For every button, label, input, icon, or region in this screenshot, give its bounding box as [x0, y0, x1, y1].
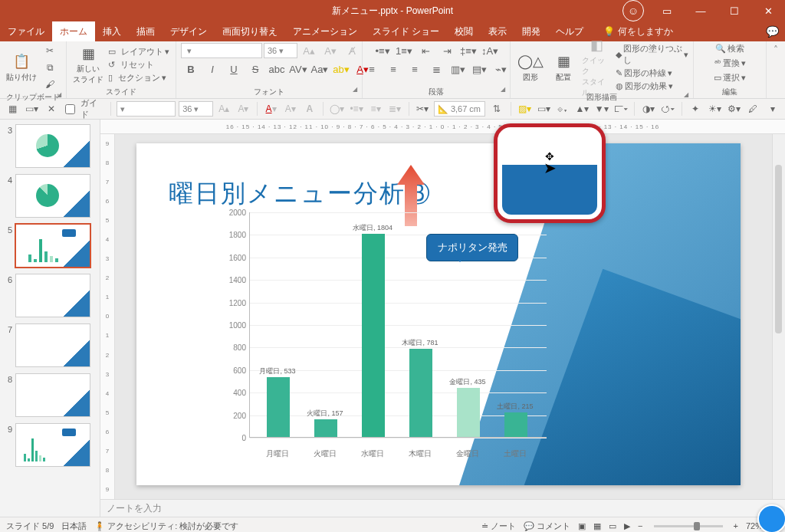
align-left-button[interactable]: ≡	[362, 61, 382, 77]
slide-page[interactable]: 曜日別メニュー分析③ 02004006008001000120014001600…	[136, 143, 741, 485]
increase-font-button[interactable]: A▴	[299, 43, 319, 58]
font-family-select[interactable]: ▾	[181, 43, 262, 58]
underline-button[interactable]: U	[224, 61, 244, 77]
tab-view[interactable]: 表示	[481, 21, 514, 41]
shape-fill-button[interactable]: ◆ 図形の塗りつぶし ▾	[616, 43, 688, 66]
highlight-button[interactable]: ab▾	[331, 61, 351, 77]
qat-layout-icon[interactable]: ▭▾	[24, 101, 40, 117]
qat-highlight-icon[interactable]: A▾	[282, 101, 298, 117]
qat-fontsize-select[interactable]: 36▾	[179, 101, 213, 117]
qat-anim3-icon[interactable]: ⚙▾	[726, 101, 742, 117]
qat-bold-icon[interactable]: A	[301, 101, 317, 117]
tab-developer[interactable]: 開発	[514, 21, 548, 41]
tab-insert[interactable]: 挿入	[95, 21, 129, 41]
align-center-button[interactable]: ≡	[383, 61, 403, 77]
text-direction-button[interactable]: ↕A▾	[480, 43, 500, 58]
notes-button[interactable]: ≐ ノート	[481, 521, 516, 532]
collapse-ribbon-button[interactable]: ˄	[767, 41, 785, 98]
arrange-button[interactable]: ▦配置	[549, 48, 580, 87]
shape-effects-button[interactable]: ◍ 図形の効果 ▾	[616, 80, 688, 92]
columns-button[interactable]: ▥▾	[448, 61, 468, 77]
thumb-8[interactable]: 8	[3, 373, 95, 417]
qat-anim2-icon[interactable]: ☀▾	[707, 101, 723, 117]
tab-home[interactable]: ホーム	[52, 21, 95, 41]
justify-button[interactable]: ≣	[426, 61, 446, 77]
select-button[interactable]: ▭ 選択 ▾	[714, 72, 746, 84]
qat-sendback-icon[interactable]: ▼▾	[593, 101, 609, 117]
align-right-button[interactable]: ≡	[405, 61, 425, 77]
cut-button[interactable]: ✂	[41, 43, 58, 58]
qat-decfont-icon[interactable]: A▾	[235, 101, 251, 117]
qat-bringfront-icon[interactable]: ▲▾	[574, 101, 590, 117]
sorter-view-button[interactable]: ▦	[593, 521, 601, 531]
tellme-box[interactable]: 💡 何をしますか	[596, 21, 680, 41]
qat-eyedrop-icon[interactable]: 🖊	[745, 101, 761, 117]
qat-shapes-icon[interactable]: ◯▾	[329, 101, 345, 117]
shadow-button[interactable]: abc	[267, 61, 287, 77]
qat-alignv-icon[interactable]: ≣▾	[387, 101, 403, 117]
new-slide-button[interactable]: ▦ 新しい スライド	[71, 45, 105, 85]
qat-more-icon[interactable]: ▾	[764, 101, 780, 117]
shapes-button[interactable]: ◯△図形	[515, 48, 546, 87]
guide-checkbox[interactable]	[65, 104, 75, 114]
callout-shape[interactable]: ナポリタン発売	[426, 234, 518, 261]
qat-x-icon[interactable]: ✕	[43, 101, 59, 117]
slide-canvas[interactable]: 曜日別メニュー分析③ 02004006008001000120014001600…	[115, 134, 772, 499]
italic-button[interactable]: I	[202, 61, 222, 77]
tab-draw[interactable]: 描画	[129, 21, 163, 41]
qat-incfont-icon[interactable]: A▴	[216, 101, 232, 117]
clear-format-button[interactable]: A̸	[342, 43, 362, 58]
smartart-button[interactable]: ⌁▾	[491, 61, 511, 77]
notes-pane[interactable]: ノートを入力	[100, 499, 785, 517]
tab-file[interactable]: ファイル	[0, 21, 52, 41]
tab-help[interactable]: ヘルプ	[548, 21, 591, 41]
qat-fill-icon[interactable]: ▨▾	[517, 101, 533, 117]
char-spacing-button[interactable]: AV▾	[288, 61, 308, 77]
qat-group-icon[interactable]: ⟐▾	[555, 101, 571, 117]
indent-inc-button[interactable]: ⇥	[437, 43, 457, 58]
line-spacing-button[interactable]: ‡≡▾	[458, 43, 478, 58]
copy-button[interactable]: ⧉	[41, 60, 58, 75]
qat-bullets-icon[interactable]: •≡▾	[348, 101, 364, 117]
thumb-6[interactable]: 6	[3, 274, 95, 317]
qat-align-icon[interactable]: ≡▾	[368, 101, 384, 117]
thumb-7[interactable]: 7	[3, 323, 95, 367]
zoom-slider[interactable]	[654, 525, 723, 527]
strike-button[interactable]: S	[245, 61, 265, 77]
scroll-thumb[interactable]	[775, 165, 782, 333]
tab-animations[interactable]: アニメーション	[285, 21, 365, 41]
assist-bubble-icon[interactable]	[757, 504, 785, 532]
paste-button[interactable]: 📋 貼り付け	[5, 48, 38, 87]
section-button[interactable]: ▯ セクション ▾	[108, 72, 169, 84]
bold-button[interactable]: B	[181, 61, 201, 77]
find-button[interactable]: 🔍 検索	[715, 43, 744, 54]
qat-spinner-icon[interactable]: ⇅	[488, 101, 504, 117]
quickstyle-button[interactable]: ◧クイックスタイル	[582, 48, 613, 87]
layout-button[interactable]: ▭ レイアウト ▾	[108, 46, 169, 57]
qat-fontcolor-icon[interactable]: A▾	[263, 101, 279, 117]
qat-font-select[interactable]: ▾	[117, 101, 176, 117]
tab-transitions[interactable]: 画面切り替え	[215, 21, 285, 41]
font-size-select[interactable]: 36▾	[264, 43, 297, 58]
qat-crop-icon[interactable]: ✂▾	[415, 101, 431, 117]
change-case-button[interactable]: Aa▾	[310, 61, 330, 77]
thumb-3[interactable]: 3	[3, 124, 95, 168]
slideshow-view-button[interactable]: ▶	[624, 521, 630, 531]
qat-newslide-icon[interactable]: ▦	[5, 101, 21, 117]
comments-button[interactable]: 💬 コメント	[524, 521, 570, 532]
share-icon[interactable]: 💬	[759, 21, 785, 41]
thumb-4[interactable]: 4	[3, 174, 95, 218]
language-indicator[interactable]: 日本語	[61, 521, 87, 532]
reading-view-button[interactable]: ▭	[609, 521, 616, 531]
shape-outline-button[interactable]: ✎ 図形の枠線 ▾	[616, 67, 688, 79]
accessibility-status[interactable]: 🧍アクセシビリティ: 検討が必要です	[94, 521, 238, 532]
zoom-in-button[interactable]: +	[734, 521, 738, 530]
qat-alignobj-icon[interactable]: ⫍▾	[613, 101, 629, 117]
vertical-scrollbar[interactable]	[772, 134, 785, 499]
bullets-button[interactable]: •≡▾	[373, 43, 392, 58]
qat-anim1-icon[interactable]: ✦	[687, 101, 703, 117]
zoom-out-button[interactable]: −	[638, 521, 642, 530]
align-text-button[interactable]: ▤▾	[469, 61, 489, 77]
qat-outline-icon[interactable]: ▭▾	[536, 101, 552, 117]
qat-shapesize-box[interactable]: 📐3,67 cm	[434, 101, 486, 117]
